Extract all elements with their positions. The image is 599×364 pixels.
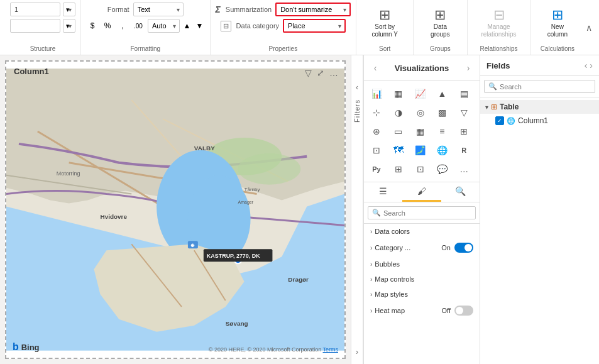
viz-icon-decomp-tree[interactable]: ⊡ [412,160,429,178]
viz-section-category[interactable]: › Category ... On [364,239,480,256]
filters-collapse-left[interactable]: ‹ [352,80,362,94]
viz-icon-area[interactable]: ▲ [433,85,451,102]
fields-nav-right[interactable]: › [590,60,593,70]
map-controls-label: Map controls [375,275,473,283]
viz-section-heat-map[interactable]: › Heat map Off [364,302,480,319]
field-name-dropdown[interactable]: ▾ [63,3,75,16]
filter-toolbar-btn[interactable]: ▽ [304,67,313,79]
fields-tree-column1-item[interactable]: ✓ 🌐 Column1 [480,114,599,128]
data-groups-btn[interactable]: ⊞ Data groups [419,4,462,41]
visualizations-panel: ‹ Visualizations › 📊 ▦ 📈 ▲ ▤ ⊹ ◑ ◎ ▩ ▽ ⊛… [363,55,480,364]
viz-icon-filled-map[interactable]: 🗾 [412,141,429,159]
viz-tab-analytics[interactable]: 🔍 [441,182,480,202]
format-dropdown[interactable]: Text [133,3,184,16]
new-column-label: New column [541,23,574,38]
viz-icon-r-script[interactable]: R [455,141,473,159]
viz-icon-table[interactable]: ⊞ [455,123,473,140]
focus-toolbar-btn[interactable]: ⤢ [316,67,326,79]
more-toolbar-btn[interactable]: … [328,67,339,79]
fields-tree-table-header[interactable]: ▾ ⊞ Table [480,100,599,114]
viz-icon-key-influencers[interactable]: ⊞ [390,160,407,178]
fields-search-input[interactable] [500,83,591,91]
viz-icon-scatter[interactable]: ⊹ [368,104,385,121]
viz-icon-map[interactable]: 🗺 [390,141,407,159]
terms-link[interactable]: Terms [323,346,339,353]
fields-search-box[interactable]: 🔍 [484,80,595,93]
viz-icon-card[interactable]: ▭ [390,123,407,140]
viz-section-data-colors[interactable]: › Data colors [364,224,480,239]
viz-section-map-controls[interactable]: › Map controls [364,272,480,287]
ribbon-data-groups-group: ⊞ Data groups Groups [414,0,468,55]
auto-up-btn[interactable]: ▲ [182,20,192,31]
viz-icon-python[interactable]: Py [368,160,385,178]
currency-btn[interactable]: $ [86,20,99,31]
viz-icon-kpi[interactable]: ▦ [412,123,429,140]
category-chevron: › [370,245,372,251]
field-name-box[interactable]: 1 [10,3,60,16]
manage-relationships-btn[interactable]: ⊟ Manage relationships [473,4,525,41]
map-styles-chevron: › [370,291,372,298]
viz-icon-matrix[interactable]: ⊡ [368,141,385,159]
viz-panel-collapse-left[interactable]: ‹ [370,60,380,75]
viz-section-map-styles[interactable]: › Map styles [364,287,480,302]
viz-panel-collapse-right[interactable]: › [463,60,473,75]
viz-icons-grid: 📊 ▦ 📈 ▲ ▤ ⊹ ◑ ◎ ▩ ▽ ⊛ ▭ ▦ ≡ ⊞ ⊡ 🗺 🗾 🌐 R … [364,81,480,182]
viz-search-box[interactable]: 🔍 [368,206,476,219]
decimal-btn[interactable]: .00 [131,21,145,31]
data-colors-label: Data colors [375,228,473,235]
relationships-group-label: Relationships [473,43,525,52]
fields-panel-title: Fields [486,61,510,70]
viz-section-bubbles[interactable]: › Bubbles [364,256,480,272]
filters-label: Filters [353,99,361,123]
heat-map-toggle[interactable] [454,306,473,316]
viz-tab-format[interactable]: 🖌 [402,182,441,202]
viz-search-area: 🔍 [364,202,480,224]
viz-icon-treemap[interactable]: ▩ [433,104,451,121]
summarization-dropdown[interactable]: Don't summarize [275,3,351,16]
column1-checkbox[interactable]: ✓ [495,116,504,125]
data-colors-chevron: › [370,228,372,235]
summarization-label: Summarization [226,6,272,13]
data-category-label: Data category [236,22,279,30]
viz-icon-ribbon[interactable]: ▤ [455,85,473,102]
viz-icon-qa[interactable]: 💬 [433,160,451,178]
viz-icon-gauge[interactable]: ⊛ [368,123,385,140]
viz-icon-pie[interactable]: ◑ [390,104,407,121]
comma-btn[interactable]: , [116,20,129,31]
structure-field2[interactable] [10,19,60,33]
globe-icon: 🌐 [507,117,515,125]
auto-down-btn[interactable]: ▼ [195,20,205,31]
svg-point-9 [238,153,301,185]
viz-tab-analytics-icon: 🔍 [455,186,466,196]
auto-dropdown[interactable]: Auto [148,19,180,33]
visual-container: Column1 ▽ ⤢ … [5,60,346,359]
sort-by-column-btn[interactable]: ⊞ Sort by column Y [361,4,408,41]
ribbon-collapse-btn[interactable]: ∧ [584,0,594,55]
structure-field2-dropdown[interactable]: ▾ [63,19,75,33]
viz-icon-line[interactable]: 📈 [412,85,429,102]
filters-collapse-right[interactable]: › [352,345,362,359]
map-credit-text: © 2020 HERE, © 2020 Microsoft Corporatio… [209,346,321,353]
viz-icon-more[interactable]: … [455,160,473,178]
viz-icon-donut[interactable]: ◎ [412,104,429,121]
visual-title: Column1 [14,67,49,76]
formatting-group-label: Formatting [86,43,205,52]
column1-label: Column1 [518,116,548,125]
viz-search-input[interactable] [383,209,471,217]
viz-icon-azure-map[interactable]: 🌐 [433,141,451,159]
svg-text:⊕: ⊕ [190,243,195,248]
percent-btn[interactable]: % [101,20,114,31]
main-content: Column1 ▽ ⤢ … [0,55,599,364]
fields-nav-left[interactable]: ‹ [585,60,588,70]
table-group-label: Table [500,102,519,111]
viz-icon-funnel[interactable]: ▽ [455,104,473,121]
viz-icon-stacked-bar[interactable]: ▦ [390,85,407,102]
bubbles-label: Bubbles [375,260,473,268]
viz-icon-bar[interactable]: 📊 [368,85,385,102]
filters-panel: ‹ Filters › [351,55,363,364]
category-toggle[interactable] [454,243,473,253]
new-column-btn[interactable]: ⊞ New column [536,4,579,41]
data-category-dropdown[interactable]: Place [283,19,346,33]
viz-icon-slicer[interactable]: ≡ [433,123,451,140]
viz-tab-fields[interactable]: ☰ [364,182,402,202]
